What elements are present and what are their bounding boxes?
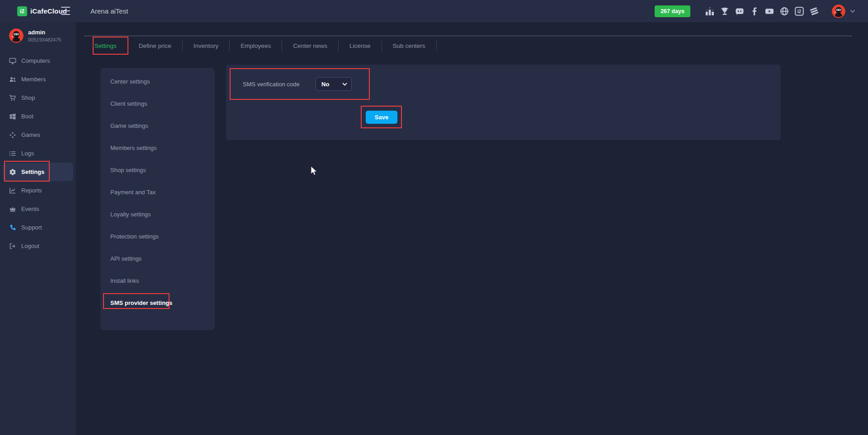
user-id: 005193482475 <box>28 37 61 42</box>
tab-employees[interactable]: Employees <box>230 42 282 49</box>
brand-area: i2 iCafeCloud <box>0 0 76 22</box>
settings-menu-center-settings[interactable]: Center settings <box>100 70 215 93</box>
topbar-icon-row: i2 <box>704 6 820 17</box>
sidebar-user-avatar <box>9 28 24 43</box>
tab-separator <box>436 40 437 51</box>
sidebar-item-label: Logs <box>21 150 34 157</box>
youtube-icon[interactable] <box>764 6 775 17</box>
svg-text:i2: i2 <box>797 9 802 14</box>
logout-icon <box>9 243 16 250</box>
icafecloud-site-icon[interactable]: i2 <box>793 6 805 17</box>
settings-menu-api-settings[interactable]: API settings <box>100 248 215 270</box>
tab-center-news[interactable]: Center news <box>282 42 338 49</box>
tab-bar: Settings Define price Inventory Employee… <box>84 36 437 55</box>
settings-menu-payment-and-tax[interactable]: Payment and Tax <box>100 181 215 203</box>
icafecloud-logo-icon: i2 <box>17 6 27 16</box>
sms-verification-selected-value: No <box>321 81 329 88</box>
tab-inventory[interactable]: Inventory <box>183 42 230 49</box>
user-avatar[interactable] <box>832 5 845 18</box>
sidebar-item-label: Logout <box>21 243 39 249</box>
settings-menu-loyalty-settings[interactable]: Loyalty settings <box>100 203 215 225</box>
page-title: Arena aiTest <box>90 7 128 15</box>
sidebar-user-meta: admin 005193482475 <box>28 29 61 42</box>
ranking-icon[interactable] <box>704 6 716 17</box>
settings-menu-shop-settings[interactable]: Shop settings <box>100 159 215 181</box>
tab-define-price[interactable]: Define price <box>128 42 182 49</box>
gamepad-icon <box>9 131 16 139</box>
settings-menu-protection-settings[interactable]: Protection settings <box>100 225 215 248</box>
sidebar-item-label: Games <box>21 131 40 138</box>
sidebar-item-label: Shop <box>21 94 35 101</box>
crown-icon <box>9 206 16 213</box>
hamburger-menu-icon[interactable] <box>61 7 70 15</box>
users-icon <box>9 76 16 83</box>
profile-chevron-down-icon[interactable] <box>850 9 855 13</box>
sidebar-item-games[interactable]: Games <box>0 126 76 144</box>
settings-menu-client-settings[interactable]: Client settings <box>100 93 215 115</box>
sidebar-nav: Computers Members Shop <box>0 51 76 255</box>
chevron-down-icon <box>342 83 347 86</box>
windows-icon <box>9 113 16 120</box>
sidebar-item-label: Support <box>21 224 42 231</box>
sidebar-item-label: Computers <box>21 57 50 64</box>
sidebar-item-shop[interactable]: Shop <box>0 89 76 107</box>
sidebar-item-boot[interactable]: Boot <box>0 107 76 126</box>
sms-verification-label: SMS verification code <box>243 81 316 88</box>
sidebar-item-support[interactable]: Support <box>0 218 76 237</box>
layers-icon[interactable] <box>808 6 820 17</box>
phone-icon <box>9 224 16 231</box>
chart-icon <box>9 187 16 194</box>
gear-icon <box>9 168 16 176</box>
mouse-cursor <box>311 166 319 177</box>
cart-icon <box>9 94 16 102</box>
tab-settings[interactable]: Settings <box>84 42 127 49</box>
globe-icon[interactable] <box>778 6 790 17</box>
sms-verification-row: SMS verification code No <box>243 77 352 91</box>
sidebar-item-label: Boot <box>21 113 33 120</box>
settings-menu-members-settings[interactable]: Members settings <box>100 137 215 159</box>
save-button[interactable]: Save <box>366 111 397 124</box>
settings-submenu-panel: Center settings Client settings Game set… <box>100 68 215 330</box>
monitor-icon <box>9 57 16 65</box>
sidebar: admin 005193482475 Computers Members <box>0 22 76 435</box>
discord-icon[interactable] <box>734 6 745 17</box>
settings-menu-sms-provider-settings[interactable]: SMS provider settings <box>100 292 215 314</box>
sidebar-user-block: admin 005193482475 <box>0 22 76 43</box>
sidebar-item-events[interactable]: Events <box>0 200 76 218</box>
settings-menu-install-links[interactable]: Install links <box>100 270 215 292</box>
sidebar-item-label: Members <box>21 76 46 83</box>
license-days-badge[interactable]: 267 days <box>655 5 690 17</box>
sidebar-item-computers[interactable]: Computers <box>0 51 76 70</box>
user-name: admin <box>28 29 61 36</box>
sidebar-item-logout[interactable]: Logout <box>0 237 76 255</box>
list-icon <box>9 150 16 157</box>
sidebar-item-reports[interactable]: Reports <box>0 181 76 200</box>
topbar: i2 iCafeCloud Arena aiTest 267 days <box>0 0 868 22</box>
sms-settings-panel: SMS verification code No Save <box>226 65 781 140</box>
sidebar-item-members[interactable]: Members <box>0 70 76 89</box>
sidebar-item-label: Events <box>21 206 39 212</box>
sidebar-item-label: Settings <box>21 168 44 175</box>
sidebar-item-logs[interactable]: Logs <box>0 144 76 163</box>
tab-license[interactable]: License <box>339 42 382 49</box>
settings-menu-game-settings[interactable]: Game settings <box>100 115 215 137</box>
topbar-right: 267 days <box>655 0 868 22</box>
sidebar-item-settings[interactable]: Settings <box>3 163 73 181</box>
trophy-icon[interactable] <box>719 6 731 17</box>
sidebar-item-label: Reports <box>21 187 42 194</box>
tab-sub-centers[interactable]: Sub centers <box>382 42 436 49</box>
sms-verification-select[interactable]: No <box>316 77 352 91</box>
facebook-icon[interactable] <box>749 6 760 17</box>
